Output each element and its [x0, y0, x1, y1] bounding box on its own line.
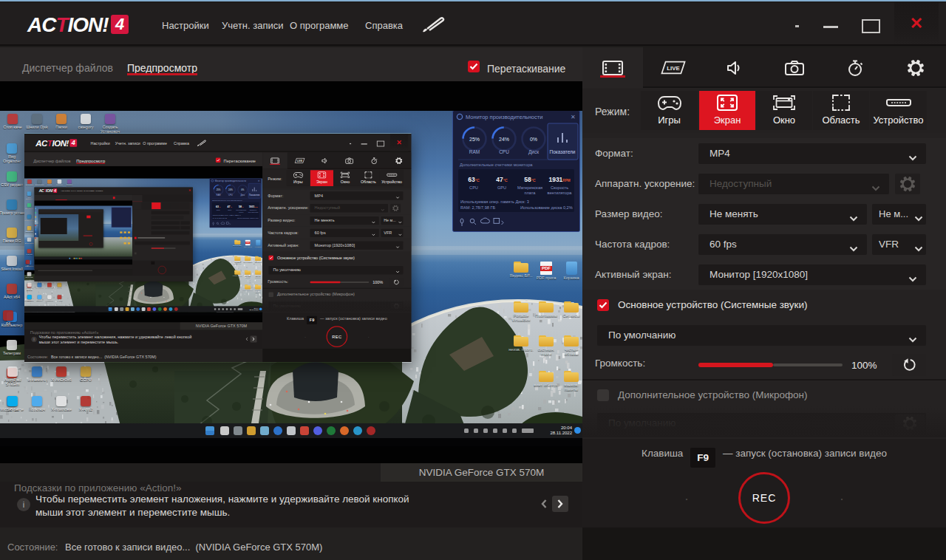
svg-text:Скорость: Скорость [250, 209, 258, 211]
svg-text:Используемая опер. память Диск: Используемая опер. память Диск: 3 [213, 214, 242, 216]
svg-text:25%: 25% [217, 188, 221, 191]
svg-text:Скорость: Скорость [551, 185, 568, 190]
svg-text:Материнская: Материнская [517, 185, 542, 190]
svg-text:0%: 0% [241, 188, 245, 191]
svg-text:RAM: RAM [469, 149, 480, 154]
svg-text:Монитор производительности: Монитор производительности [215, 180, 247, 182]
svg-text:Дополнительные счетчики монито: Дополнительные счетчики монитора [212, 199, 242, 202]
svg-text:RAM: 2,78/7,98 ГБ: RAM: 2,78/7,98 ГБ [460, 205, 495, 210]
svg-text:Диск: Диск [528, 149, 539, 155]
svg-text:Показатели: Показатели [249, 194, 260, 197]
svg-text:0%: 0% [530, 137, 537, 142]
svg-text:LIVE: LIVE [667, 65, 679, 72]
svg-text:24%: 24% [228, 188, 233, 191]
svg-text:CPU: CPU [217, 209, 220, 211]
svg-text:Материнская: Материнская [236, 209, 247, 211]
svg-text:CPU: CPU [499, 149, 509, 154]
svg-text:Показатели: Показатели [550, 149, 576, 154]
svg-text:LIVE: LIVE [297, 160, 302, 163]
svg-text:Использование диска 0,2%: Использование диска 0,2% [520, 205, 573, 210]
svg-text:Используемая опер. память Диск: Используемая опер. память Диск: 3 [460, 199, 529, 204]
svg-text:GPU: GPU [228, 209, 231, 211]
svg-text:RAM: RAM [217, 194, 221, 197]
svg-text:плата: плата [239, 211, 244, 213]
svg-text:Диск: Диск [240, 194, 245, 197]
svg-text:Монитор производительности: Монитор производительности [466, 114, 542, 120]
svg-text:Дополнительные счетчики монито: Дополнительные счетчики монитора [460, 163, 533, 167]
svg-text:24%: 24% [499, 137, 509, 142]
svg-text:вентилятора: вентилятора [548, 191, 573, 195]
svg-text:✕: ✕ [258, 180, 260, 182]
svg-text:25%: 25% [469, 137, 480, 142]
svg-text:CPU: CPU [469, 185, 478, 190]
svg-text:плата: плата [525, 191, 537, 195]
svg-text:✕: ✕ [571, 114, 576, 120]
svg-text:CPU: CPU [228, 194, 233, 197]
svg-text:вентилятора: вентилятора [248, 211, 259, 213]
svg-text:GPU: GPU [497, 185, 506, 190]
